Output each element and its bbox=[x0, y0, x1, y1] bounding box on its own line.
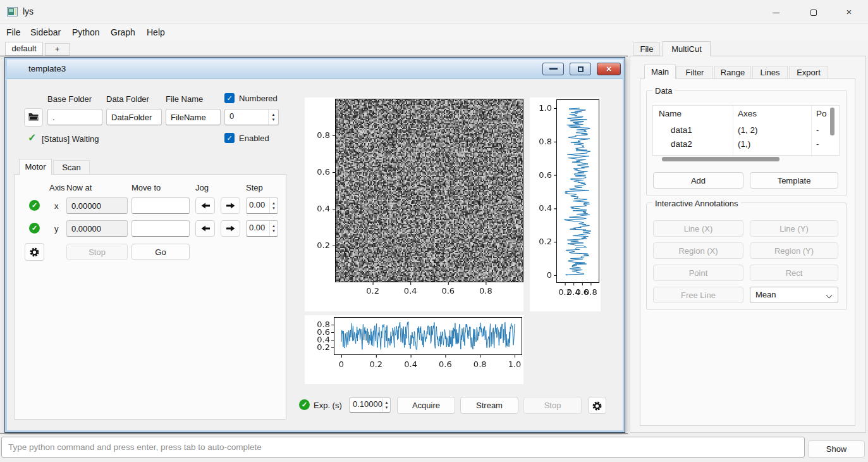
spinner-arrows[interactable]: ▲ ▼ bbox=[269, 198, 278, 213]
jog-header: Jog bbox=[195, 183, 209, 192]
workspace-tab-add[interactable]: + bbox=[45, 43, 70, 56]
side-line-plot-canvas[interactable] bbox=[530, 97, 601, 311]
axis-y-move-to[interactable] bbox=[131, 220, 190, 237]
spinner-arrows[interactable]: ▲ ▼ bbox=[268, 109, 278, 125]
col-header-po[interactable]: Po bbox=[816, 109, 827, 118]
template3-close-button[interactable]: × bbox=[597, 63, 621, 75]
axis-x-step-spinbox[interactable]: 0.00 ▲ ▼ bbox=[246, 197, 278, 214]
stream-button[interactable]: Stream bbox=[460, 397, 518, 414]
axis-x-move-to[interactable] bbox=[131, 197, 190, 214]
template3-minimize-button[interactable] bbox=[542, 63, 564, 75]
subtab-lines[interactable]: Lines bbox=[752, 66, 788, 79]
subtab-range[interactable]: Range bbox=[714, 66, 751, 79]
line-x-button[interactable]: Line (X) bbox=[653, 220, 743, 237]
python-command-input[interactable] bbox=[1, 437, 805, 458]
show-button[interactable]: Show bbox=[808, 440, 865, 458]
col-header-axes[interactable]: Axes bbox=[738, 109, 757, 118]
axis-x-now-at bbox=[66, 197, 128, 214]
spin-down-icon[interactable]: ▼ bbox=[272, 117, 276, 122]
menu-python[interactable]: Python bbox=[72, 27, 100, 37]
cell-data2-axes[interactable]: (1,) bbox=[738, 139, 750, 149]
main-image-figure[interactable] bbox=[305, 97, 523, 311]
sidebar-tab-file[interactable]: File bbox=[633, 42, 660, 56]
menu-graph[interactable]: Graph bbox=[111, 27, 135, 37]
menu-sidebar[interactable]: Sidebar bbox=[30, 27, 61, 37]
data-table[interactable]: Name Axes Po data1 (1, 2) - data2 (1,) - bbox=[652, 105, 840, 156]
exposure-label: Exp. (s) bbox=[314, 401, 342, 410]
minimize-icon bbox=[773, 13, 779, 13]
main-image-plot-canvas[interactable] bbox=[305, 97, 523, 311]
sidebar-tab-multicut[interactable]: MultiCut bbox=[663, 41, 711, 56]
numbered-label: Numbered bbox=[239, 94, 278, 103]
template3-maximize-button[interactable] bbox=[570, 63, 591, 75]
maximize-button[interactable] bbox=[799, 0, 828, 24]
subtab-export[interactable]: Export bbox=[789, 66, 828, 79]
enabled-label: Enabled bbox=[239, 134, 269, 143]
camera-settings-button[interactable] bbox=[588, 397, 606, 414]
open-folder-button[interactable] bbox=[24, 108, 43, 127]
side-line-figure[interactable] bbox=[530, 97, 601, 311]
bottom-line-plot-canvas[interactable] bbox=[305, 315, 523, 384]
bottom-line-figure[interactable] bbox=[305, 315, 523, 384]
file-name-input[interactable] bbox=[166, 109, 221, 125]
add-button[interactable]: Add bbox=[653, 172, 743, 189]
template3-titlebar[interactable]: template3 × bbox=[7, 59, 623, 79]
region-x-button[interactable]: Region (X) bbox=[653, 242, 743, 259]
spinner-arrows[interactable]: ▲ ▼ bbox=[269, 221, 278, 236]
menu-help[interactable]: Help bbox=[147, 27, 165, 37]
file-name-label: File Name bbox=[166, 94, 203, 104]
axis-y-step-value: 0.00 bbox=[247, 221, 269, 236]
cell-data1-axes[interactable]: (1, 2) bbox=[738, 125, 758, 135]
template-button[interactable]: Template bbox=[750, 172, 838, 189]
col-header-name[interactable]: Name bbox=[659, 109, 682, 118]
table-horizontal-scrollbar[interactable] bbox=[662, 157, 779, 161]
app-icon bbox=[7, 7, 18, 16]
spin-down-icon[interactable]: ▼ bbox=[272, 228, 276, 234]
axis-y-jog-left-button[interactable] bbox=[195, 220, 215, 237]
minimize-button[interactable] bbox=[761, 0, 790, 24]
acquire-button[interactable]: Acquire bbox=[397, 397, 455, 414]
data-folder-input[interactable] bbox=[106, 109, 162, 125]
arrow-left-icon bbox=[201, 225, 210, 232]
subtab-main[interactable]: Main bbox=[644, 65, 676, 79]
enabled-checkbox[interactable]: ✓ Enabled bbox=[224, 133, 269, 143]
workspace-tab-default[interactable]: default bbox=[5, 42, 43, 56]
cell-data2-name[interactable]: data2 bbox=[671, 139, 692, 149]
axis-y-step-spinbox[interactable]: 0.00 ▲ ▼ bbox=[246, 220, 278, 237]
numbered-checkbox[interactable]: ✓ Numbered bbox=[224, 93, 278, 103]
acquire-stop-button[interactable]: Stop bbox=[523, 397, 582, 414]
motor-settings-button[interactable] bbox=[25, 243, 44, 261]
spin-up-icon[interactable]: ▲ bbox=[272, 112, 276, 117]
close-button[interactable]: × bbox=[834, 0, 864, 24]
rect-button[interactable]: Rect bbox=[750, 265, 838, 281]
tab-motor[interactable]: Motor bbox=[19, 159, 52, 175]
subtab-filter[interactable]: Filter bbox=[676, 66, 713, 79]
spin-down-icon[interactable]: ▼ bbox=[272, 206, 276, 211]
cell-data1-name[interactable]: data1 bbox=[671, 125, 692, 135]
number-spinbox[interactable]: 0 ▲ ▼ bbox=[224, 109, 279, 125]
base-folder-input[interactable] bbox=[47, 109, 102, 125]
table-vertical-scrollbar[interactable] bbox=[830, 108, 834, 135]
spinner-arrows[interactable]: ▲ ▼ bbox=[382, 398, 390, 412]
motor-stop-button[interactable]: Stop bbox=[66, 244, 128, 260]
axis-x-jog-left-button[interactable] bbox=[195, 197, 215, 214]
free-line-button[interactable]: Free Line bbox=[653, 287, 743, 303]
cell-data1-po[interactable]: - bbox=[816, 125, 819, 135]
spin-down-icon[interactable]: ▼ bbox=[385, 405, 389, 410]
motor-go-button[interactable]: Go bbox=[131, 244, 190, 260]
mean-dropdown[interactable]: Mean bbox=[750, 287, 838, 303]
point-button[interactable]: Point bbox=[653, 265, 743, 281]
exposure-spinbox[interactable]: 0.10000 ▲ ▼ bbox=[349, 397, 391, 413]
cell-data2-po[interactable]: - bbox=[816, 139, 819, 149]
axis-x-jog-right-button[interactable] bbox=[221, 197, 240, 214]
tab-scan[interactable]: Scan bbox=[53, 160, 90, 175]
step-header: Step bbox=[246, 183, 263, 192]
region-y-button[interactable]: Region (Y) bbox=[750, 242, 838, 259]
spin-up-icon[interactable]: ▲ bbox=[385, 400, 389, 405]
spin-up-icon[interactable]: ▲ bbox=[272, 223, 276, 228]
line-y-button[interactable]: Line (Y) bbox=[750, 220, 838, 237]
base-folder-label: Base Folder bbox=[47, 94, 92, 104]
menu-file[interactable]: File bbox=[6, 27, 21, 37]
axis-y-jog-right-button[interactable] bbox=[221, 220, 240, 237]
spin-up-icon[interactable]: ▲ bbox=[272, 201, 276, 206]
